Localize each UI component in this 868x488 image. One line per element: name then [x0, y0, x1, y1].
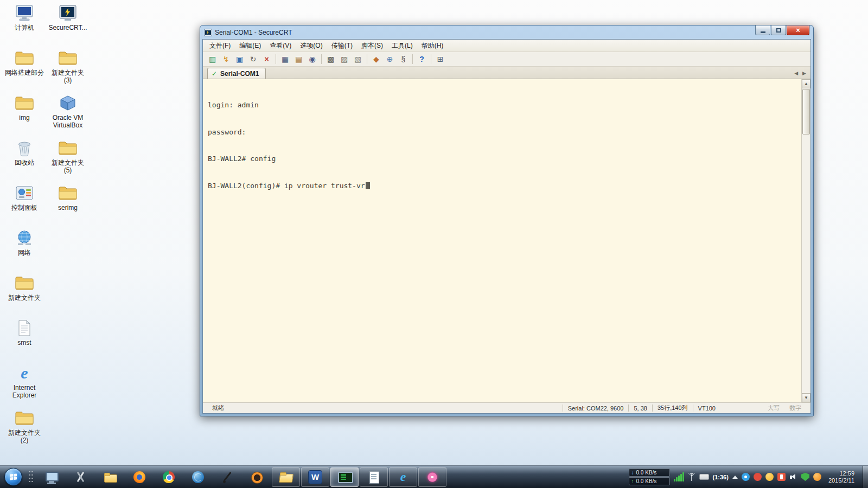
taskbar-app-internet-explorer[interactable]: e [389, 467, 417, 487]
taskbar-app-word[interactable]: W [301, 467, 329, 487]
connect-in-tab-button[interactable]: ▣ [233, 53, 246, 65]
scroll-up-icon[interactable]: ▲ [802, 79, 810, 88]
upload-speed-value: 0.0 KB/s [636, 478, 657, 484]
session-manager-button[interactable]: ⊞ [434, 53, 446, 65]
quick-connect-button[interactable]: ↯ [220, 53, 232, 65]
show-desktop-button[interactable] [863, 466, 868, 488]
signal-bar [682, 472, 684, 481]
run-script-icon: § [401, 55, 406, 63]
status-cursor-position: 5, 38 [629, 405, 652, 412]
antenna-icon[interactable] [688, 473, 695, 481]
antivirus-shield-icon[interactable] [801, 473, 809, 481]
auto-print-icon: ▨ [341, 55, 348, 63]
taskbar-app-chrome[interactable] [155, 467, 183, 487]
disconnect-button[interactable]: × [260, 53, 273, 65]
control-panel-icon [15, 183, 34, 203]
copy-button[interactable]: ▦ [279, 53, 291, 65]
taskbar-app-documents-folder[interactable] [96, 467, 124, 487]
desktop-icon-network[interactable]: 网络 [3, 228, 46, 273]
desktop-icon-new-folder[interactable]: 新建文件夹 [3, 273, 46, 318]
toolbar-separator [321, 54, 322, 64]
desktop-icon-new-folder-3[interactable]: 新建文件夹 (3) [47, 48, 89, 93]
menu-script[interactable]: 脚本(S) [357, 40, 387, 52]
toolbar-separator [276, 54, 276, 64]
desktop-icon-recycle-bin[interactable]: 回收站 [3, 138, 46, 183]
desktop-icon-network-build-folder[interactable]: 网络搭建部分 [3, 48, 46, 93]
securecrt-window: Serial-COM1 - SecureCRT × 文件(F) 编辑(E) 查看… [200, 25, 814, 416]
explorer-folder-icon [279, 470, 293, 484]
desktop-icon-new-folder-2[interactable]: 新建文件夹 (2) [3, 408, 46, 453]
scroll-down-icon[interactable]: ▼ [802, 393, 810, 402]
status-ready: 就绪 [207, 404, 229, 412]
vertical-scrollbar[interactable]: ▲ ▼ [801, 79, 810, 402]
net-speed-widget[interactable]: ↓ 0.0 KB/s ↑ 0.0 KB/s [629, 468, 670, 485]
phone-manager-icon[interactable] [777, 473, 786, 481]
desktop-icon-computer[interactable]: 计算机 [3, 3, 46, 48]
desktop-icon-securecrt[interactable]: SecureCRT... [47, 3, 89, 48]
session-manager-icon: ⊞ [437, 55, 444, 63]
system-tray: ↓ 0.0 KB/s ↑ 0.0 KB/s (1:36) [629, 466, 868, 488]
desktop-icon-control-panel[interactable]: 控制面板 [3, 183, 46, 228]
reconnect-button[interactable]: ↻ [247, 53, 259, 65]
terminal-screen[interactable]: login: admin password: BJ-WALL2# config … [203, 79, 801, 402]
taskbar-app-firefox[interactable] [125, 467, 154, 487]
print-button[interactable]: ▩ [324, 53, 337, 65]
help-button[interactable]: ? [416, 53, 428, 65]
global-options-button[interactable]: ⊕ [384, 53, 396, 65]
keyboard-icon[interactable] [699, 474, 709, 480]
taskbar-app-browser[interactable] [184, 467, 212, 487]
taskbar-app-notepad[interactable] [360, 467, 388, 487]
safety-ball-icon[interactable] [813, 473, 821, 481]
auto-print-button[interactable]: ▨ [338, 53, 350, 65]
taskbar-clock[interactable]: 12:59 2015/2/11 [825, 470, 858, 484]
start-button[interactable] [4, 468, 22, 486]
menu-edit[interactable]: 编辑(E) [235, 40, 265, 52]
menu-help[interactable]: 帮助(H) [417, 40, 448, 52]
window-titlebar[interactable]: Serial-COM1 - SecureCRT × [202, 25, 811, 39]
taskbar-app-securecrt[interactable] [330, 467, 359, 487]
scrollbar-thumb[interactable] [802, 89, 810, 134]
desktop-icon-serimg-folder[interactable]: serimg [47, 183, 89, 228]
print-setup-button[interactable]: ▧ [352, 53, 364, 65]
menu-file[interactable]: 文件(F) [205, 40, 235, 52]
signal-bar [674, 479, 675, 481]
tray-expand-chevron-icon[interactable] [732, 476, 738, 479]
folder-icon [15, 93, 34, 113]
taskbar-app-snipping-tool[interactable] [67, 467, 95, 487]
menu-view[interactable]: 查看(V) [265, 40, 296, 52]
taskbar-app-pen-tool[interactable] [213, 467, 241, 487]
menu-options[interactable]: 选项(O) [296, 40, 327, 52]
volume-icon[interactable] [789, 473, 797, 481]
taskbar-app-paint-flower[interactable] [418, 467, 446, 487]
recycle-bin-icon [16, 138, 33, 158]
menu-tools[interactable]: 工具(L) [387, 40, 417, 52]
messenger-icon[interactable] [742, 473, 750, 481]
desktop-icon-smst[interactable]: smst [3, 318, 46, 363]
connect-button[interactable]: ▥ [206, 53, 219, 65]
toolbar: ▥ ↯ ▣ ↻ × ▦ ▤ ◉ ▩ ▨ ▧ ◆ ⊕ § ? ⊞ [203, 52, 810, 67]
sogou-input-icon[interactable] [765, 473, 774, 481]
minimize-button[interactable] [755, 25, 770, 35]
scissors-icon [74, 470, 88, 484]
session-options-button[interactable]: ◆ [370, 53, 382, 65]
taskbar-app-media-player[interactable] [242, 467, 271, 487]
desktop-icon-img-folder[interactable]: img [3, 93, 46, 138]
find-button[interactable]: ◉ [306, 53, 318, 65]
close-button[interactable]: × [787, 25, 809, 35]
quick-connect-icon: ↯ [223, 55, 229, 63]
maximize-button[interactable] [771, 25, 786, 35]
security-alert-icon[interactable] [754, 473, 762, 481]
terminal-line: BJ-WALL2# config [208, 155, 796, 164]
run-script-button[interactable]: § [397, 53, 410, 65]
tab-scroll-right-icon[interactable]: ▶ [802, 70, 806, 76]
desktop-icon-virtualbox[interactable]: Oracle VM VirtualBox [47, 93, 89, 138]
tab-scroll-left-icon[interactable]: ◀ [794, 70, 798, 76]
menu-transfer[interactable]: 传输(T) [327, 40, 357, 52]
taskbar-app-remote-desktop[interactable] [37, 467, 66, 487]
paste-button[interactable]: ▤ [292, 53, 305, 65]
tab-serial-com1[interactable]: ✓ Serial-COM1 [207, 68, 266, 79]
signal-bars-icon[interactable] [674, 472, 684, 481]
desktop-icon-new-folder-5[interactable]: 新建文件夹 (5) [47, 138, 89, 183]
taskbar-app-windows-explorer[interactable] [272, 467, 300, 487]
desktop-icon-internet-explorer[interactable]: e Internet Explorer [3, 363, 46, 408]
